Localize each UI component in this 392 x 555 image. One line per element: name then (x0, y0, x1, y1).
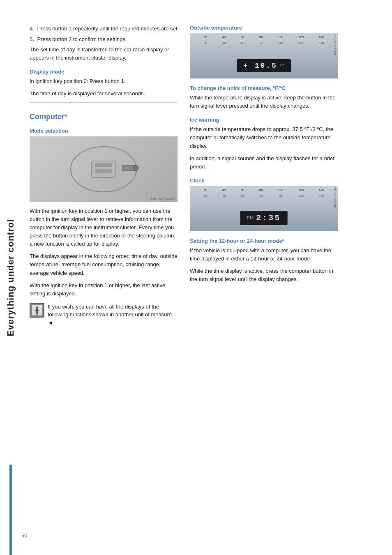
right-column: Outside temperature 20 40 60 80 100 120 … (190, 25, 338, 539)
computer-heading: Computer* (30, 113, 178, 121)
ice-warning-heading: Ice warning (190, 117, 338, 123)
page-number: 50 (21, 532, 27, 539)
step-5-text: Press button 2 to confirm the settings. (37, 36, 127, 42)
gauge-ticks-top: 20 40 60 80 100 120 140 (190, 35, 338, 39)
display-mode-heading: Display mode (30, 69, 178, 75)
step-4-text: Press button 1 repeatedly until the requ… (37, 25, 177, 32)
display-mode-body2: The time of day is displayed for several… (30, 90, 178, 98)
svg-rect-6 (31, 304, 43, 316)
step-4-number: 4. (30, 25, 34, 32)
warning-note: If you wish, you can have all the displa… (30, 303, 178, 327)
temp-unit: °F (280, 63, 284, 68)
svg-rect-13 (37, 313, 39, 315)
image-id-clock: VK71J / DAJM6 (334, 187, 337, 207)
svg-rect-3 (95, 169, 112, 173)
ice-warning-body1: If the outside temperature drops to appr… (190, 125, 338, 150)
setting-clock-body2: While the time display is active, press … (190, 267, 338, 283)
clock-gauge-ticks-top: 20 40 60 80 100 120 140 (190, 188, 338, 192)
step-5: 5. Press button 2 to confirm the setting… (30, 35, 178, 44)
clock-pm: PM (247, 215, 254, 220)
temp-display-box: + 10.5 °F (237, 59, 291, 72)
warning-triangle: ◄ (48, 320, 53, 326)
setting-clock-heading: Setting the 12-hour or 24-hour mode* (190, 238, 338, 244)
image-caption: PPR7181/DAJM6 (150, 197, 175, 201)
warning-icon (30, 303, 44, 318)
main-content: 4. Press button 1 repeatedly until the r… (21, 0, 392, 555)
svg-rect-2 (95, 163, 112, 167)
step-4: 4. Press button 1 repeatedly until the r… (30, 25, 178, 33)
gauge-ticks-bottom: 20 40 60 80 100 120 140 (190, 41, 338, 44)
warning-text: If you wish, you can have all the displa… (48, 303, 178, 327)
clock-gauge-ticks-bottom: 20 40 60 80 100 120 140 (190, 194, 338, 197)
mode-para1: With the ignition key in position 1 or h… (30, 207, 178, 249)
setting-clock-body1: If the vehicle is equipped with a comput… (190, 246, 338, 263)
display-mode-body1: In ignition key position 0: Press button… (30, 77, 178, 85)
svg-rect-10 (35, 310, 37, 311)
temp-value: + 10.5 (243, 62, 277, 70)
sidebar-label: Everything under control (5, 219, 16, 336)
divider (30, 102, 178, 103)
body-transfer: The set time of day is transferred to th… (30, 46, 178, 62)
mode-para2: The displays appear in the following ord… (30, 252, 178, 277)
clock-display-box: PM 2:35 (240, 211, 288, 225)
ice-warning-body2: In addition, a signal sounds and the dis… (190, 154, 338, 171)
outside-temp-heading: Outside temperature (190, 25, 338, 31)
outside-temp-image: 20 40 60 80 100 120 140 20 40 60 80 100 … (190, 33, 338, 78)
svg-point-5 (133, 165, 138, 171)
mode-para3: With the ignition key in position 1 or h… (30, 281, 178, 298)
warning-svg (30, 304, 44, 317)
change-units-heading: To change the units of measure, °F/°C (190, 85, 338, 91)
svg-rect-12 (36, 313, 37, 315)
svg-point-8 (36, 306, 38, 309)
left-column: 4. Press button 1 repeatedly until the r… (30, 25, 178, 539)
svg-rect-7 (32, 305, 42, 315)
page-container: Everything under control 4. Press button… (0, 0, 392, 555)
step-5-number: 5. (30, 36, 34, 42)
blue-bar (9, 465, 12, 555)
svg-rect-11 (37, 310, 39, 311)
mode-selection-heading: Mode selection (30, 128, 178, 134)
sidebar: Everything under control (0, 0, 21, 555)
image-id-temp: VK17J / DAJM8 (334, 35, 337, 55)
clock-time: 2:35 (256, 213, 281, 223)
clock-heading: Clock (190, 177, 338, 184)
mode-image-svg (62, 140, 145, 198)
clock-image: 20 40 60 80 100 120 140 20 40 60 80 100 … (190, 186, 338, 231)
mode-selection-image: PPR7181/DAJM6 (30, 136, 178, 202)
svg-rect-9 (36, 309, 38, 313)
change-units-body: While the temperature display is active,… (190, 94, 338, 110)
